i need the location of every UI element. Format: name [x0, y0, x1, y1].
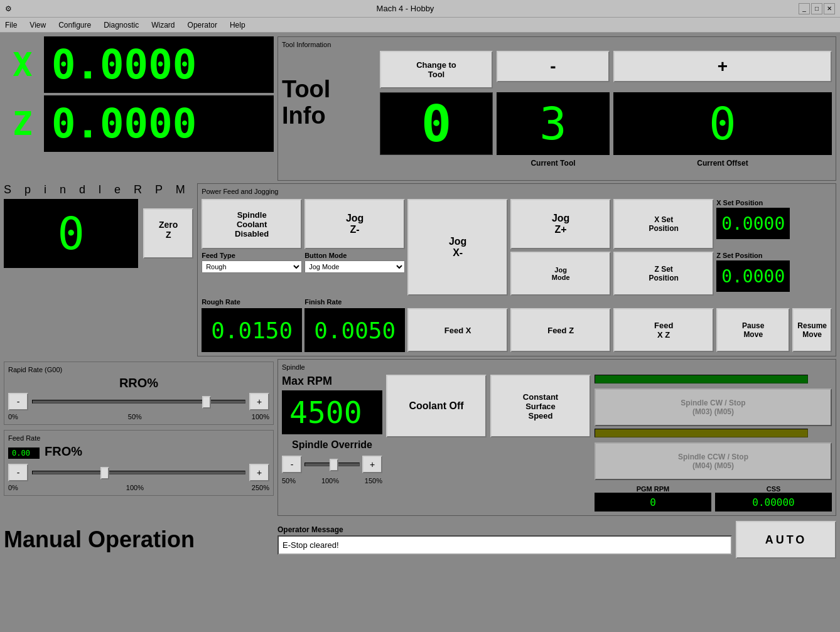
feed-rate-plus-button[interactable]: +: [249, 464, 269, 481]
z-set-position-display: 0.0000: [716, 260, 790, 292]
auto-button[interactable]: AUTO: [736, 521, 836, 559]
menu-help[interactable]: Help: [227, 19, 248, 31]
x-set-position-label: X Set Position: [716, 199, 790, 206]
feed-z-button[interactable]: Feed Z: [510, 308, 611, 352]
menu-bar: File View Configure Diagnostic Wizard Op…: [0, 18, 840, 33]
power-feed-title: Power Feed and Jogging: [202, 188, 832, 195]
menu-file[interactable]: File: [3, 19, 19, 31]
z-axis-label: Z: [4, 105, 41, 142]
spindle-override-slider[interactable]: [304, 463, 360, 466]
power-feed-panel: Power Feed and Jogging Spindle Coolant D…: [197, 183, 836, 356]
title-bar-left: ⚙: [5, 4, 12, 13]
max-rpm-value: 4500: [282, 390, 382, 434]
spindle-override-plus-button[interactable]: +: [362, 456, 382, 473]
rough-rate-label: Rough Rate: [202, 298, 302, 306]
z-set-position-label: Z Set Position: [716, 252, 790, 259]
finish-rate-display: 0.0050: [304, 308, 405, 352]
css-value-label: CSS: [715, 485, 832, 493]
manual-operation-label: Manual Operation: [4, 527, 274, 553]
title-bar-controls[interactable]: _ □ ✕: [799, 3, 835, 14]
rapid-rate-marker-100: 100%: [252, 413, 269, 420]
finish-rate-label: Finish Rate: [304, 298, 405, 306]
menu-diagnostic[interactable]: Diagnostic: [101, 19, 141, 31]
zero-z-button[interactable]: Zero Z: [143, 208, 193, 259]
rough-rate-display: 0.0150: [202, 308, 302, 352]
x-set-position-display: 0.0000: [716, 208, 790, 239]
spindle-cw-stop-button[interactable]: Spindle CW / Stop (M03) (M05): [595, 388, 832, 426]
current-offset-display: 0: [613, 92, 832, 155]
feed-rate-minus-button[interactable]: -: [8, 464, 28, 481]
menu-operator[interactable]: Operator: [185, 19, 220, 31]
current-tool-display: 3: [497, 92, 610, 155]
feed-type-select[interactable]: Rough Finish: [202, 260, 302, 273]
spindle-rpm-label: S p i n d l e R P M: [4, 183, 193, 196]
rapid-rate-slider[interactable]: [32, 400, 245, 404]
x-dro-row: X 0.0000: [4, 36, 274, 93]
feed-rate-marker-0: 0%: [8, 484, 18, 491]
jog-z-minus-button[interactable]: Jog Z-: [304, 199, 405, 249]
app-icon: ⚙: [5, 4, 12, 13]
z-dro-value[interactable]: 0.0000: [44, 95, 274, 152]
tool-info-label: Tool Info: [282, 77, 330, 129]
feed-rate-label: FRO%: [45, 444, 82, 459]
x-set-position-button[interactable]: X Set Position: [613, 199, 714, 249]
bottom-bar: Manual Operation Operator Message AUTO: [4, 521, 836, 559]
spindle-bar-green: [595, 375, 808, 383]
coolant-off-button[interactable]: Coolant Off: [386, 375, 487, 437]
spindle-rpm-value: 0: [4, 199, 138, 268]
spindle-coolant-button[interactable]: Spindle Coolant Disabled: [202, 199, 302, 249]
feed-rate-marker-100: 100%: [126, 484, 144, 491]
jog-x-minus-button[interactable]: Jog X-: [407, 199, 508, 296]
feed-rate-title: Feed Rate: [8, 434, 269, 442]
pgm-rpm-value: 0: [595, 493, 711, 511]
menu-view[interactable]: View: [27, 19, 48, 31]
spindle-panel: Spindle Max RPM 4500 Spindle Override - …: [277, 359, 836, 516]
pause-move-button[interactable]: Pause Move: [716, 308, 790, 352]
rapid-rate-marker-0: 0%: [8, 413, 18, 420]
rapid-rate-label: RRO%: [8, 376, 269, 390]
max-rpm-label: Max RPM: [282, 375, 382, 388]
spindle-override-minus-button[interactable]: -: [282, 456, 302, 473]
restore-button[interactable]: □: [811, 3, 822, 14]
window-title: Mach 4 - Hobby: [12, 4, 799, 13]
feed-xz-button[interactable]: Feed X Z: [613, 308, 714, 352]
feed-type-label: Feed Type: [202, 252, 302, 259]
spindle-ccw-stop-button[interactable]: Spindle CCW / Stop (M04) (M05): [595, 442, 832, 480]
minimize-button[interactable]: _: [799, 3, 810, 14]
button-mode-label: Button Mode: [304, 252, 405, 259]
current-offset-label: Current Offset: [613, 159, 832, 176]
tool-minus-button[interactable]: -: [497, 51, 610, 82]
jog-mode-button[interactable]: Jog Mode: [510, 252, 611, 296]
override-marker-150: 150%: [365, 477, 382, 485]
change-to-tool-button[interactable]: Change to Tool: [380, 51, 493, 88]
rapid-rate-plus-button[interactable]: +: [249, 393, 269, 410]
rapid-rate-title: Rapid Rate (G00): [8, 366, 269, 373]
menu-configure[interactable]: Configure: [56, 19, 94, 31]
override-marker-50: 50%: [282, 477, 296, 485]
feed-rate-section: Feed Rate 0.00 FRO% - + 0% 100% 250%: [4, 430, 274, 496]
tool-info-panel: Tool Information Tool Info Change to Too…: [277, 36, 836, 181]
resume-move-button[interactable]: Resume Move: [792, 308, 832, 352]
operator-message-input[interactable]: [277, 535, 732, 555]
button-mode-select[interactable]: Jog Mode Step Mode: [304, 260, 405, 273]
css-button[interactable]: Constant Surface Speed: [490, 375, 591, 437]
x-dro-value[interactable]: 0.0000: [44, 36, 274, 93]
z-set-position-button[interactable]: Z Set Position: [613, 252, 714, 296]
close-button[interactable]: ✕: [824, 3, 835, 14]
feed-rate-value: 0.00: [8, 447, 40, 459]
tool-plus-button[interactable]: +: [613, 51, 832, 82]
tool-info-title: Tool Information: [282, 41, 832, 48]
rapid-rate-minus-button[interactable]: -: [8, 393, 28, 410]
menu-wizard[interactable]: Wizard: [149, 19, 177, 31]
feed-x-button[interactable]: Feed X: [407, 308, 508, 352]
pending-tool-spacer: [380, 159, 493, 176]
title-bar: ⚙ Mach 4 - Hobby _ □ ✕: [0, 0, 840, 18]
current-tool-label: Current Tool: [497, 159, 610, 176]
operator-message-label: Operator Message: [277, 525, 732, 534]
pending-tool-display: 0: [380, 92, 493, 155]
jog-z-plus-button[interactable]: Jog Z+: [510, 199, 611, 249]
spindle-override-label: Spindle Override: [282, 439, 382, 451]
feed-rate-slider[interactable]: [32, 471, 245, 474]
max-rpm-col: Max RPM 4500 Spindle Override - + 50% 10…: [282, 375, 382, 485]
rapid-rate-section: Rapid Rate (G00) RRO% - + 0% 50% 100%: [4, 362, 274, 425]
